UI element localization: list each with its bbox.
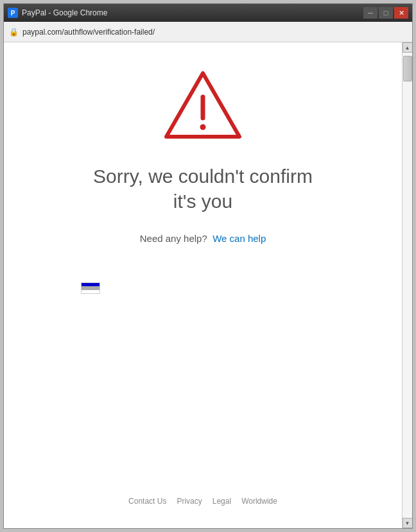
footer-legal-link[interactable]: Legal xyxy=(212,497,231,506)
scrollbar[interactable]: ▲ ▼ xyxy=(402,42,412,528)
page-content: Sorry, we couldn't confirm it's you Need… xyxy=(4,42,402,528)
address-bar: 🔒 paypal.com/authflow/verification-faile… xyxy=(4,22,412,42)
browser-favicon: P xyxy=(8,8,18,18)
window-controls[interactable]: ─ □ ✕ xyxy=(363,7,408,19)
footer-worldwide-link[interactable]: Worldwide xyxy=(241,497,277,506)
scroll-thumb[interactable] xyxy=(403,56,412,82)
close-button[interactable]: ✕ xyxy=(394,7,408,19)
browser-window: P PayPal - Google Chrome ─ □ ✕ 🔒 paypal.… xyxy=(3,3,413,529)
maximize-button[interactable]: □ xyxy=(379,7,393,19)
minimize-button[interactable]: ─ xyxy=(363,7,377,19)
warning-icon xyxy=(161,68,245,144)
scroll-up-arrow[interactable]: ▲ xyxy=(403,42,413,53)
help-link[interactable]: We can help xyxy=(212,233,266,244)
lock-icon: 🔒 xyxy=(9,28,19,37)
content-wrapper: Sorry, we couldn't confirm it's you Need… xyxy=(4,42,412,528)
flag-area xyxy=(81,282,100,294)
url-display: paypal.com/authflow/verification-failed/ xyxy=(22,28,155,37)
title-bar: P PayPal - Google Chrome ─ □ ✕ xyxy=(4,4,412,22)
svg-point-2 xyxy=(200,124,206,130)
scroll-down-arrow[interactable]: ▼ xyxy=(403,518,413,528)
page-footer: Contact Us Privacy Legal Worldwide xyxy=(128,484,277,515)
help-static-text: Need any help? xyxy=(140,233,207,244)
help-text: Need any help? We can help xyxy=(140,233,266,244)
footer-privacy-link[interactable]: Privacy xyxy=(177,497,202,506)
scroll-track[interactable] xyxy=(403,53,413,518)
flag-image xyxy=(81,282,100,294)
page-main: Sorry, we couldn't confirm it's you Need… xyxy=(4,42,402,528)
main-heading: Sorry, we couldn't confirm it's you xyxy=(81,164,325,214)
window-title: PayPal - Google Chrome xyxy=(22,8,363,17)
footer-contact-link[interactable]: Contact Us xyxy=(128,497,166,506)
